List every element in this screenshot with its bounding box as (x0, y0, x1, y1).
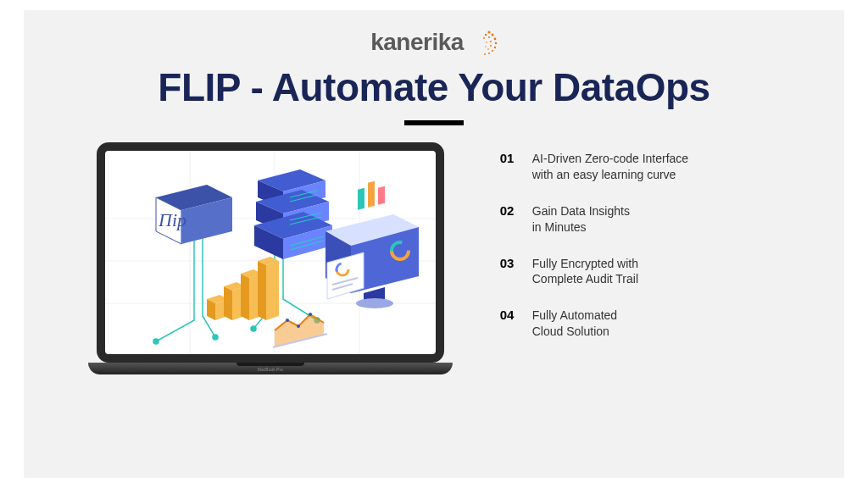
feature-text: AI-Driven Zero-code Interface with an ea… (532, 151, 688, 183)
slide-container: kanerika (24, 10, 844, 478)
kanerika-logo: kanerika (370, 27, 498, 58)
feature-line2: in Minutes (532, 220, 587, 234)
svg-point-1 (491, 34, 493, 36)
laptop-illustration-wrap: Πip (75, 142, 466, 374)
feature-item: 03 Fully Encrypted with Complete Audit T… (500, 256, 793, 288)
feature-item: 01 AI-Driven Zero-code Interface with an… (500, 151, 793, 183)
laptop-notch (236, 363, 304, 366)
svg-point-10 (490, 41, 492, 42)
svg-rect-27 (368, 181, 375, 208)
logo-dots-icon (467, 27, 498, 58)
feature-line2: Complete Audit Trail (532, 272, 638, 286)
svg-point-4 (494, 47, 496, 48)
feature-number: 04 (500, 308, 520, 322)
feature-number: 01 (500, 151, 520, 165)
title-underline (404, 120, 464, 125)
feature-number: 03 (500, 256, 520, 270)
svg-point-31 (356, 298, 393, 308)
logo-wrap: kanerika (58, 27, 810, 58)
svg-rect-26 (358, 188, 364, 210)
svg-point-6 (488, 53, 490, 54)
svg-point-7 (484, 53, 486, 55)
svg-point-11 (490, 45, 492, 47)
svg-point-8 (485, 34, 487, 36)
svg-point-18 (251, 326, 256, 331)
feature-text: Fully Encrypted with Complete Audit Trai… (532, 256, 638, 288)
svg-point-15 (485, 46, 486, 47)
feature-item: 02 Gain Data Insights in Minutes (500, 203, 793, 236)
content-row: Πip (58, 142, 810, 374)
page-title: FLIP - Automate Your DataOps (58, 64, 810, 110)
svg-point-17 (213, 335, 218, 340)
svg-point-3 (495, 42, 498, 45)
svg-point-2 (493, 38, 496, 41)
feature-line1: Fully Automated (532, 308, 617, 322)
feature-line1: AI-Driven Zero-code Interface (532, 152, 688, 165)
laptop-brand-label: MacBook Pro (258, 367, 283, 372)
laptop-screen: Πip (97, 142, 444, 363)
pi-ip-box-icon: Πip (156, 185, 232, 244)
feature-line2: with an easy learning curve (532, 168, 676, 181)
svg-point-5 (492, 50, 493, 52)
svg-point-9 (488, 36, 490, 38)
svg-point-37 (297, 324, 300, 328)
features-list: 01 AI-Driven Zero-code Interface with an… (500, 142, 810, 360)
svg-point-38 (309, 313, 312, 316)
server-rack-icon (254, 169, 332, 259)
svg-point-14 (486, 42, 487, 43)
feature-line1: Gain Data Insights (532, 204, 630, 218)
svg-point-12 (487, 48, 489, 50)
logo-text: kanerika (370, 29, 464, 56)
laptop-illustration: Πip (88, 142, 453, 374)
feature-text: Gain Data Insights in Minutes (532, 203, 630, 236)
svg-point-0 (487, 30, 490, 33)
feature-number: 02 (500, 203, 520, 218)
svg-point-36 (286, 319, 289, 322)
pi-ip-label: Πip (158, 209, 186, 230)
svg-rect-28 (378, 186, 385, 205)
feature-line1: Fully Encrypted with (532, 257, 638, 270)
laptop-base: MacBook Pro (88, 363, 453, 374)
svg-point-16 (153, 339, 159, 344)
feature-line2: Cloud Solution (532, 324, 609, 338)
dataops-isometric-icon: Πip (105, 151, 436, 354)
svg-point-13 (483, 37, 485, 39)
feature-item: 04 Fully Automated Cloud Solution (500, 308, 793, 340)
bar-chart-icon (207, 257, 279, 320)
feature-text: Fully Automated Cloud Solution (532, 308, 617, 340)
